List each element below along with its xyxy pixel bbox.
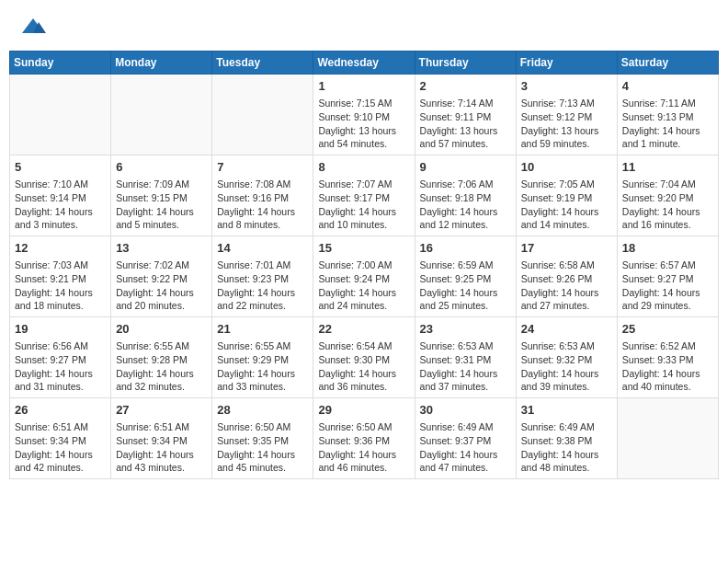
calendar-cell: 15Sunrise: 7:00 AMSunset: 9:24 PMDayligh… xyxy=(313,236,415,317)
weekday-header-wednesday: Wednesday xyxy=(313,52,415,75)
day-info: Sunrise: 6:59 AMSunset: 9:25 PMDaylight:… xyxy=(420,259,511,313)
day-number: 10 xyxy=(521,159,612,176)
calendar-week-1: 1Sunrise: 7:15 AMSunset: 9:10 PMDaylight… xyxy=(10,75,719,155)
day-info: Sunrise: 6:51 AMSunset: 9:34 PMDaylight:… xyxy=(15,420,106,475)
day-number: 31 xyxy=(521,402,612,419)
day-info: Sunrise: 7:15 AMSunset: 9:10 PMDaylight:… xyxy=(318,97,409,151)
day-info: Sunrise: 7:02 AMSunset: 9:22 PMDaylight:… xyxy=(116,259,207,313)
day-number: 8 xyxy=(318,159,409,176)
day-number: 22 xyxy=(318,321,409,338)
day-info: Sunrise: 6:50 AMSunset: 9:36 PMDaylight:… xyxy=(318,420,409,475)
day-number: 12 xyxy=(15,240,106,257)
day-info: Sunrise: 6:53 AMSunset: 9:32 PMDaylight:… xyxy=(521,339,612,394)
day-number: 5 xyxy=(15,159,106,176)
calendar-week-3: 12Sunrise: 7:03 AMSunset: 9:21 PMDayligh… xyxy=(10,236,719,317)
calendar-cell: 26Sunrise: 6:51 AMSunset: 9:34 PMDayligh… xyxy=(10,397,111,478)
day-info: Sunrise: 6:57 AMSunset: 9:27 PMDaylight:… xyxy=(622,259,713,313)
calendar-cell: 7Sunrise: 7:08 AMSunset: 9:16 PMDaylight… xyxy=(212,155,313,236)
day-number: 3 xyxy=(521,78,612,95)
day-info: Sunrise: 7:07 AMSunset: 9:17 PMDaylight:… xyxy=(318,178,409,232)
day-number: 6 xyxy=(116,159,207,176)
weekday-header-row: SundayMondayTuesdayWednesdayThursdayFrid… xyxy=(10,52,719,75)
weekday-header-tuesday: Tuesday xyxy=(212,52,313,75)
calendar-cell: 12Sunrise: 7:03 AMSunset: 9:21 PMDayligh… xyxy=(10,236,111,317)
calendar-cell: 27Sunrise: 6:51 AMSunset: 9:34 PMDayligh… xyxy=(111,397,212,478)
calendar-cell xyxy=(111,75,212,155)
day-number: 28 xyxy=(217,402,308,419)
calendar-cell: 23Sunrise: 6:53 AMSunset: 9:31 PMDayligh… xyxy=(415,317,516,398)
day-number: 30 xyxy=(420,402,511,419)
calendar-cell: 21Sunrise: 6:55 AMSunset: 9:29 PMDayligh… xyxy=(212,317,313,398)
day-number: 29 xyxy=(318,402,409,419)
calendar-cell: 22Sunrise: 6:54 AMSunset: 9:30 PMDayligh… xyxy=(313,317,415,398)
calendar-cell: 20Sunrise: 6:55 AMSunset: 9:28 PMDayligh… xyxy=(111,317,212,398)
page-header xyxy=(9,9,719,45)
calendar-cell: 31Sunrise: 6:49 AMSunset: 9:38 PMDayligh… xyxy=(516,397,617,478)
calendar-cell: 25Sunrise: 6:52 AMSunset: 9:33 PMDayligh… xyxy=(617,317,718,398)
logo-icon xyxy=(20,17,46,37)
calendar-cell: 3Sunrise: 7:13 AMSunset: 9:12 PMDaylight… xyxy=(516,75,617,155)
calendar-cell: 19Sunrise: 6:56 AMSunset: 9:27 PMDayligh… xyxy=(10,317,111,398)
calendar-week-5: 26Sunrise: 6:51 AMSunset: 9:34 PMDayligh… xyxy=(10,397,719,478)
day-info: Sunrise: 6:55 AMSunset: 9:29 PMDaylight:… xyxy=(217,339,308,394)
day-info: Sunrise: 6:50 AMSunset: 9:35 PMDaylight:… xyxy=(217,420,308,475)
logo xyxy=(18,17,46,41)
day-number: 15 xyxy=(318,240,409,257)
day-info: Sunrise: 6:49 AMSunset: 9:38 PMDaylight:… xyxy=(521,420,612,475)
day-number: 20 xyxy=(116,321,207,338)
calendar-cell: 16Sunrise: 6:59 AMSunset: 9:25 PMDayligh… xyxy=(415,236,516,317)
calendar-week-2: 5Sunrise: 7:10 AMSunset: 9:14 PMDaylight… xyxy=(10,155,719,236)
day-info: Sunrise: 6:58 AMSunset: 9:26 PMDaylight:… xyxy=(521,259,612,313)
day-info: Sunrise: 6:53 AMSunset: 9:31 PMDaylight:… xyxy=(420,339,511,394)
day-info: Sunrise: 6:49 AMSunset: 9:37 PMDaylight:… xyxy=(420,420,511,475)
day-number: 27 xyxy=(116,402,207,419)
day-number: 21 xyxy=(217,321,308,338)
calendar-cell: 13Sunrise: 7:02 AMSunset: 9:22 PMDayligh… xyxy=(111,236,212,317)
day-number: 14 xyxy=(217,240,308,257)
calendar-cell: 29Sunrise: 6:50 AMSunset: 9:36 PMDayligh… xyxy=(313,397,415,478)
calendar-cell: 30Sunrise: 6:49 AMSunset: 9:37 PMDayligh… xyxy=(415,397,516,478)
calendar-cell: 24Sunrise: 6:53 AMSunset: 9:32 PMDayligh… xyxy=(516,317,617,398)
day-info: Sunrise: 7:11 AMSunset: 9:13 PMDaylight:… xyxy=(622,97,713,151)
calendar-cell: 6Sunrise: 7:09 AMSunset: 9:15 PMDaylight… xyxy=(111,155,212,236)
calendar-cell: 2Sunrise: 7:14 AMSunset: 9:11 PMDaylight… xyxy=(415,75,516,155)
day-number: 17 xyxy=(521,240,612,257)
day-info: Sunrise: 7:10 AMSunset: 9:14 PMDaylight:… xyxy=(15,178,106,232)
day-info: Sunrise: 7:14 AMSunset: 9:11 PMDaylight:… xyxy=(420,97,511,151)
calendar-cell xyxy=(617,397,718,478)
calendar-cell: 14Sunrise: 7:01 AMSunset: 9:23 PMDayligh… xyxy=(212,236,313,317)
day-number: 23 xyxy=(420,321,511,338)
calendar-cell: 18Sunrise: 6:57 AMSunset: 9:27 PMDayligh… xyxy=(617,236,718,317)
day-number: 4 xyxy=(622,78,713,95)
day-number: 25 xyxy=(622,321,713,338)
day-info: Sunrise: 7:13 AMSunset: 9:12 PMDaylight:… xyxy=(521,97,612,151)
calendar-cell: 10Sunrise: 7:05 AMSunset: 9:19 PMDayligh… xyxy=(516,155,617,236)
day-info: Sunrise: 7:05 AMSunset: 9:19 PMDaylight:… xyxy=(521,178,612,232)
calendar-cell: 1Sunrise: 7:15 AMSunset: 9:10 PMDaylight… xyxy=(313,75,415,155)
day-info: Sunrise: 7:06 AMSunset: 9:18 PMDaylight:… xyxy=(420,178,511,232)
day-info: Sunrise: 6:56 AMSunset: 9:27 PMDaylight:… xyxy=(15,339,106,394)
day-info: Sunrise: 7:04 AMSunset: 9:20 PMDaylight:… xyxy=(622,178,713,232)
day-number: 11 xyxy=(622,159,713,176)
calendar-cell: 5Sunrise: 7:10 AMSunset: 9:14 PMDaylight… xyxy=(10,155,111,236)
day-number: 9 xyxy=(420,159,511,176)
calendar-cell: 28Sunrise: 6:50 AMSunset: 9:35 PMDayligh… xyxy=(212,397,313,478)
day-info: Sunrise: 7:00 AMSunset: 9:24 PMDaylight:… xyxy=(318,259,409,313)
day-number: 13 xyxy=(116,240,207,257)
day-number: 18 xyxy=(622,240,713,257)
calendar-cell: 9Sunrise: 7:06 AMSunset: 9:18 PMDaylight… xyxy=(415,155,516,236)
day-number: 2 xyxy=(420,78,511,95)
day-info: Sunrise: 6:52 AMSunset: 9:33 PMDaylight:… xyxy=(622,339,713,394)
weekday-header-saturday: Saturday xyxy=(617,52,718,75)
day-info: Sunrise: 6:55 AMSunset: 9:28 PMDaylight:… xyxy=(116,339,207,394)
weekday-header-monday: Monday xyxy=(111,52,212,75)
day-info: Sunrise: 7:09 AMSunset: 9:15 PMDaylight:… xyxy=(116,178,207,232)
day-info: Sunrise: 6:54 AMSunset: 9:30 PMDaylight:… xyxy=(318,339,409,394)
day-info: Sunrise: 6:51 AMSunset: 9:34 PMDaylight:… xyxy=(116,420,207,475)
calendar-cell xyxy=(212,75,313,155)
day-number: 26 xyxy=(15,402,106,419)
calendar-cell: 17Sunrise: 6:58 AMSunset: 9:26 PMDayligh… xyxy=(516,236,617,317)
calendar-cell: 8Sunrise: 7:07 AMSunset: 9:17 PMDaylight… xyxy=(313,155,415,236)
calendar-cell: 4Sunrise: 7:11 AMSunset: 9:13 PMDaylight… xyxy=(617,75,718,155)
day-number: 19 xyxy=(15,321,106,338)
